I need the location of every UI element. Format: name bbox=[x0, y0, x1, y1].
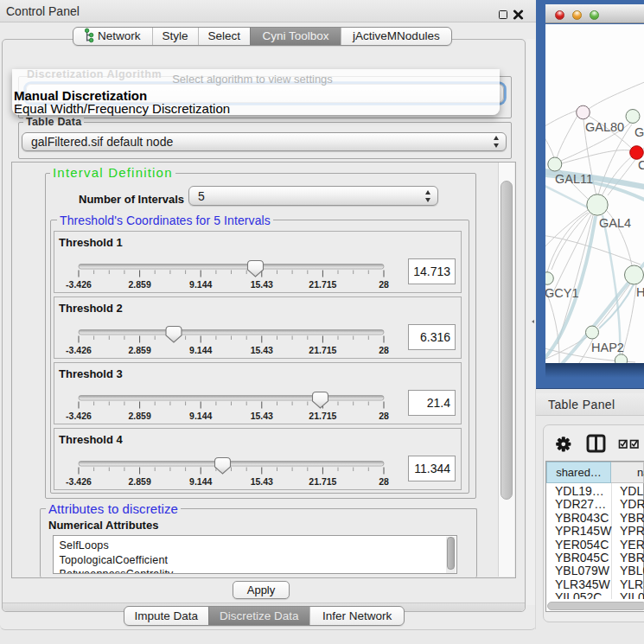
svg-text:28: 28 bbox=[379, 279, 389, 290]
svg-text:21.715: 21.715 bbox=[309, 279, 336, 290]
svg-text:-3.426: -3.426 bbox=[66, 345, 92, 355]
svg-text:2.859: 2.859 bbox=[128, 279, 150, 290]
svg-text:28: 28 bbox=[379, 411, 389, 421]
svg-text:28: 28 bbox=[379, 476, 389, 487]
svg-text:-3.426: -3.426 bbox=[66, 411, 92, 421]
svg-text:2.859: 2.859 bbox=[128, 345, 150, 355]
svg-text:21.715: 21.715 bbox=[309, 476, 336, 487]
svg-text:9.144: 9.144 bbox=[189, 411, 212, 421]
svg-text:-3.426: -3.426 bbox=[66, 476, 92, 487]
svg-text:9.144: 9.144 bbox=[189, 476, 212, 487]
svg-text:15.43: 15.43 bbox=[251, 345, 273, 355]
svg-text:-3.426: -3.426 bbox=[66, 279, 92, 290]
svg-text:2.859: 2.859 bbox=[128, 411, 150, 421]
svg-text:28: 28 bbox=[379, 345, 389, 355]
svg-text:9.144: 9.144 bbox=[189, 279, 212, 290]
svg-text:9.144: 9.144 bbox=[189, 345, 212, 355]
svg-text:21.715: 21.715 bbox=[309, 411, 336, 421]
svg-text:15.43: 15.43 bbox=[251, 476, 273, 487]
svg-text:15.43: 15.43 bbox=[251, 279, 273, 290]
svg-text:21.715: 21.715 bbox=[309, 345, 336, 355]
svg-text:2.859: 2.859 bbox=[128, 476, 150, 487]
svg-text:15.43: 15.43 bbox=[251, 411, 273, 421]
